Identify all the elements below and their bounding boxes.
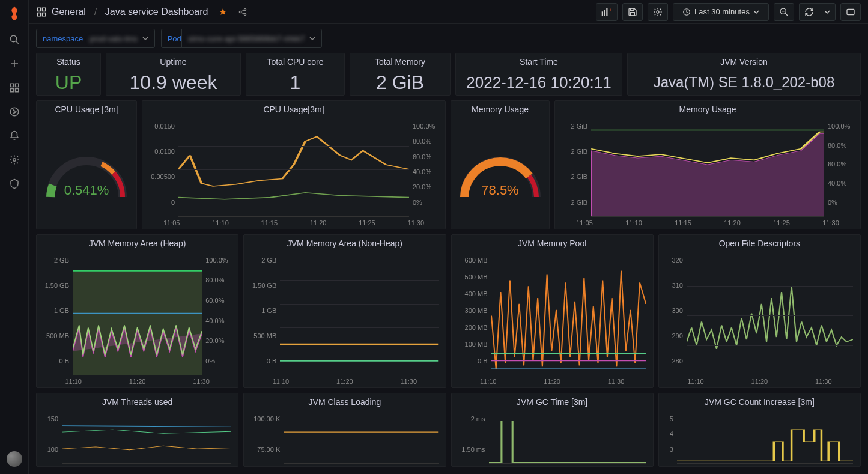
user-avatar[interactable]: [7, 451, 22, 467]
panel-grid: Status UP Uptime 10.9 week Total CPU cor…: [29, 53, 868, 474]
breadcrumb-root[interactable]: General: [52, 7, 86, 17]
svg-line-1: [16, 41, 19, 44]
svg-line-20: [241, 12, 244, 14]
admin-icon[interactable]: [8, 178, 20, 190]
panel-title: Open File Descriptors: [659, 235, 860, 252]
stat-value: UP: [55, 71, 82, 94]
panel-nonheap[interactable]: JVM Memory Area (Non-Heap) 2 GB1.50 GB1 …: [243, 234, 446, 388]
svg-marker-34: [73, 270, 202, 374]
svg-rect-32: [847, 9, 854, 14]
panel-cpu-gauge[interactable]: CPU Usage [3m] 0.541%: [36, 100, 137, 229]
panel-title: Total Memory: [350, 53, 450, 70]
panel-title: JVM Memory Area (Heap): [37, 235, 238, 252]
panel-classload[interactable]: JVM Class Loading 100.00 K75.00 K: [243, 393, 446, 467]
panel-jvm-version[interactable]: JVM Version Java(TM) SE 1.8.0_202-b08: [627, 53, 861, 96]
save-button[interactable]: [622, 3, 643, 21]
panel-title: JVM Version: [628, 53, 860, 70]
sidebar: [0, 0, 29, 474]
line-chart: [489, 415, 646, 463]
explore-icon[interactable]: [8, 106, 20, 118]
panel-title: JVM Memory Pool: [452, 235, 653, 252]
plus-icon[interactable]: [8, 58, 20, 70]
panel-pool[interactable]: JVM Memory Pool 600 MB500 MB400 MB300 MB…: [451, 234, 654, 388]
svg-rect-15: [43, 13, 46, 16]
stat-value: 10.9 week: [130, 71, 217, 94]
svg-rect-12: [37, 8, 40, 11]
panel-mem-chart[interactable]: Memory Usage 2 GiB2 GiB2 GiB2 GiB 100.0%…: [554, 100, 861, 229]
panel-heap[interactable]: JVM Memory Area (Heap) 2 GB1.50 GB1 GB50…: [36, 234, 238, 388]
panel-gccount[interactable]: JVM GC Count Increase [3m] 543: [658, 393, 861, 467]
breadcrumb-sep: /: [94, 7, 97, 17]
svg-marker-33: [591, 134, 824, 216]
panel-title: Total CPU core: [246, 53, 344, 70]
cycle-view-button[interactable]: [840, 3, 861, 21]
panel-start-time[interactable]: Start Time 2022-12-16 10:20:11: [455, 53, 622, 96]
svg-rect-14: [37, 13, 40, 16]
panel-title: CPU Usage [3m]: [37, 101, 136, 118]
panel-title: JVM Threads used: [37, 393, 238, 410]
svg-marker-9: [13, 110, 16, 114]
panel-status[interactable]: Status UP: [36, 53, 101, 96]
panel-title: CPU Usage[3m]: [142, 101, 445, 118]
zoom-out-button[interactable]: [774, 3, 794, 21]
panel-title: Start Time: [456, 53, 622, 70]
line-chart: [280, 257, 438, 375]
panel-fd[interactable]: Open File Descriptors 320310300290280 11…: [658, 234, 861, 388]
panel-uptime[interactable]: Uptime 10.9 week: [106, 53, 241, 96]
add-panel-button[interactable]: +: [596, 3, 618, 21]
panel-mem-gauge[interactable]: Memory Usage 78.5%: [451, 100, 550, 229]
svg-line-19: [241, 10, 244, 11]
gauge-value: 0.541%: [38, 183, 135, 198]
svg-rect-13: [43, 8, 46, 11]
var-pod-select[interactable]: stms-core-api-5865868bb7-nhkk7: [181, 29, 322, 48]
clock-icon: [682, 8, 691, 16]
svg-rect-6: [10, 89, 13, 92]
svg-rect-21: [602, 11, 603, 16]
search-icon[interactable]: [8, 34, 20, 46]
var-namespace-select[interactable]: prod-vats-tms: [83, 29, 154, 48]
star-icon[interactable]: ★: [219, 6, 227, 17]
svg-point-0: [10, 35, 17, 42]
panel-cpu-chart[interactable]: CPU Usage[3m] 0.01500.01000.005000 100.0…: [142, 100, 446, 229]
panel-title: JVM Class Loading: [244, 393, 445, 410]
stat-value: Java(TM) SE 1.8.0_202-b08: [654, 74, 835, 91]
svg-point-27: [657, 11, 659, 13]
panel-title: Memory Usage: [555, 101, 860, 118]
settings-button[interactable]: [648, 3, 668, 21]
topbar: General / Java service Dashboard ★ + Las…: [29, 0, 868, 24]
variable-bar: namespace prod-vats-tms Pod stms-core-ap…: [29, 24, 868, 53]
chevron-down-icon: [753, 9, 759, 15]
chevron-down-icon: [142, 35, 148, 41]
timepicker-button[interactable]: Last 30 minutes: [673, 3, 769, 21]
svg-rect-7: [15, 89, 18, 92]
svg-text:+: +: [609, 8, 612, 13]
line-chart: [491, 257, 646, 375]
line-chart: [677, 415, 853, 463]
alerting-icon[interactable]: [8, 130, 20, 142]
panel-threads[interactable]: JVM Threads used 150100: [36, 393, 238, 467]
var-namespace-value: prod-vats-tms: [90, 34, 137, 43]
panel-title: JVM GC Count Increase [3m]: [659, 393, 860, 410]
refresh-interval-button[interactable]: [819, 3, 836, 21]
area-chart: [591, 123, 824, 216]
share-icon[interactable]: [238, 7, 247, 17]
breadcrumb-page[interactable]: Java service Dashboard: [105, 7, 208, 17]
panel-title: Status: [37, 53, 100, 70]
stat-value: 2022-12-16 10:20:11: [466, 73, 611, 92]
svg-rect-23: [606, 8, 607, 16]
panel-grid-icon: [36, 7, 47, 17]
panel-total-memory[interactable]: Total Memory 2 GiB: [350, 53, 451, 96]
svg-rect-25: [631, 8, 634, 10]
svg-rect-22: [604, 10, 605, 16]
grafana-logo-icon[interactable]: [6, 5, 23, 22]
stat-value: 2 GiB: [376, 71, 424, 94]
area-chart: [73, 257, 202, 375]
panel-gctime[interactable]: JVM GC Time [3m] 2 ms1.50 ms: [451, 393, 654, 467]
panel-title: Memory Usage: [451, 101, 549, 118]
line-chart: [284, 415, 438, 463]
dashboards-icon[interactable]: [8, 82, 20, 94]
config-icon[interactable]: [8, 154, 20, 166]
panel-title: JVM GC Time [3m]: [452, 393, 653, 410]
panel-cpu-core[interactable]: Total CPU core 1: [246, 53, 345, 96]
refresh-button[interactable]: [799, 3, 819, 21]
